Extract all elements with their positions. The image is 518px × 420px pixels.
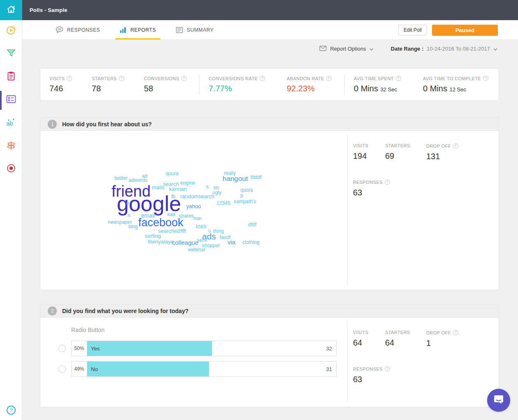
responses-label: RESPONSES [353, 180, 383, 185]
cloud-word: quora [240, 188, 253, 193]
question-type-label: Radio Button [71, 327, 105, 333]
envelope-icon [319, 46, 327, 52]
sidebar-item-signpost[interactable] [0, 137, 22, 155]
word-cloud: twitteradadwordsqourareallyhangoutfdddfs… [40, 131, 347, 290]
report-options-dropdown[interactable]: Report Options [319, 46, 373, 52]
help-icon[interactable]: ? [385, 366, 390, 371]
poll-status-button[interactable]: Paused [432, 25, 498, 36]
visits-label: VISITS [353, 143, 385, 148]
help-icon[interactable]: ? [453, 143, 458, 149]
help-icon[interactable]: ? [67, 76, 72, 81]
sidebar-item-click-goal[interactable] [0, 22, 22, 40]
help-icon[interactable]: ? [483, 76, 488, 81]
cloud-word: searched [158, 228, 180, 234]
cloud-word: colleague [172, 239, 198, 246]
answer-row: 49% No 31 [71, 361, 337, 377]
help-icon[interactable]: ? [396, 76, 401, 81]
radio-button[interactable] [58, 345, 66, 352]
divider [347, 134, 348, 285]
question-1-body: twitteradadwordsqourareallyhangoutfdddfs… [40, 131, 499, 290]
answer-count: 31 [326, 362, 332, 376]
stat-conversions-rate: CONVERSIONS RATE? 7.77% [209, 76, 287, 93]
home-button[interactable] [0, 0, 22, 20]
help-icon[interactable]: ? [119, 76, 124, 81]
date-range-dropdown[interactable]: Date Range : 10-24-2016 To 08-21-2017 [391, 46, 497, 52]
poll-list-icon [6, 94, 16, 106]
stat-visits-value: 746 [49, 84, 92, 93]
tab-bar: RESPONSES REPORTS SUMMARY Edit Poll Paus… [22, 20, 518, 40]
cloud-word: fdddf [251, 175, 262, 180]
sidebar-item-form[interactable] [0, 68, 22, 86]
answer-bar-track: No 31 [87, 362, 336, 376]
cloud-word: dfdf [248, 222, 256, 227]
tab-summary[interactable]: SUMMARY [172, 20, 218, 39]
form-clipboard-icon [7, 71, 16, 83]
edit-poll-button[interactable]: Edit Poll [398, 25, 427, 35]
cloud-word: hangout [223, 175, 248, 182]
cloud-word: randomsearch [180, 194, 214, 199]
radio-button[interactable] [58, 365, 66, 373]
cloud-word: yahoo [186, 204, 201, 209]
reports-chart-icon [120, 27, 127, 33]
chevron-down-icon [493, 46, 497, 52]
sidebar-item-ab-test[interactable]: ab [0, 114, 22, 132]
question-2-body: Radio Button 50% Yes 32 [40, 318, 499, 407]
cloud-word: adwords [129, 178, 147, 183]
starters-value: 69 [385, 151, 426, 161]
cloud-word: h [128, 213, 130, 218]
cards-container: VISITS? 746 STARTERS? 78 CONVERSIONS? 58… [40, 68, 499, 407]
sidebar: ab [0, 20, 22, 420]
chat-widget-button[interactable] [487, 389, 510, 412]
stat-abandon-rate: ABANDON RATE? 92.23% [287, 76, 344, 93]
cloud-word: theriyalaye [148, 239, 174, 244]
question-2-title: Did you find what you were looking for t… [62, 308, 188, 314]
help-button[interactable]: ? [7, 406, 16, 415]
svg-text:ab: ab [6, 120, 13, 127]
summary-doc-icon [176, 27, 183, 33]
cloud-word: clothing [242, 240, 259, 245]
tab-responses[interactable]: RESPONSES [51, 20, 104, 39]
question-1-card: 1 How did you first hear about us? twitt… [40, 117, 499, 290]
drop-off-label: DROP OFF [426, 330, 451, 335]
stat-avg-time-spent: AVG TIME SPENT? 0 Mins 32 Sec [354, 76, 423, 93]
help-icon[interactable]: ? [181, 76, 187, 81]
answer-bar-track: Yes 32 [87, 341, 336, 356]
sidebar-item-funnel[interactable] [0, 45, 22, 63]
question-1-title: How did you first hear about us? [62, 121, 152, 128]
tab-reports-label: REPORTS [130, 27, 156, 33]
drop-off-label: DROP OFF [426, 144, 451, 149]
help-icon[interactable]: ? [453, 330, 458, 335]
click-goal-icon [6, 25, 16, 37]
tab-reports[interactable]: REPORTS [116, 20, 160, 39]
cloud-word: 12345 [216, 201, 230, 206]
stat-conversions-value: 58 [144, 84, 199, 93]
help-icon[interactable]: ? [326, 76, 332, 81]
funnel-icon [6, 48, 16, 60]
screen: Polls - Sample RESPONSES REPORTS SUMMARY… [0, 0, 518, 420]
stat-avg-time-complete-value: 0 Mins 12 Sec [423, 84, 488, 93]
cloud-word: bing [128, 224, 138, 229]
report-options-label: Report Options [330, 46, 366, 52]
question-2-card: 2 Did you find what you were looking for… [40, 304, 499, 407]
visits-value: 64 [353, 338, 385, 348]
question-1-header: 1 How did you first hear about us? [40, 118, 499, 131]
ab-test-icon: ab [5, 117, 17, 129]
visits-value: 194 [353, 151, 385, 161]
cloud-word: webinar [188, 247, 205, 252]
tab-summary-label: SUMMARY [187, 27, 214, 33]
help-icon[interactable]: ? [260, 76, 265, 81]
cloud-word: ffff [181, 229, 186, 234]
cloud-word: mails [152, 185, 164, 190]
answer-bar-fill [87, 362, 209, 376]
responses-value: 63 [353, 375, 499, 384]
top-bar: Polls - Sample [22, 0, 518, 20]
stat-avg-time-complete: AVG TIME TO COMPLETE? 0 Mins 12 Sec [423, 76, 488, 93]
answers-list: 50% Yes 32 49% [71, 341, 337, 382]
help-icon[interactable]: ? [385, 179, 390, 185]
sidebar-item-recording[interactable] [0, 160, 22, 178]
sidebar-item-poll[interactable] [0, 91, 22, 109]
drop-off-value: 131 [426, 152, 458, 161]
question-number-badge: 1 [48, 120, 57, 129]
cloud-word: qoura [166, 171, 179, 176]
cloud-word: via [228, 239, 235, 245]
